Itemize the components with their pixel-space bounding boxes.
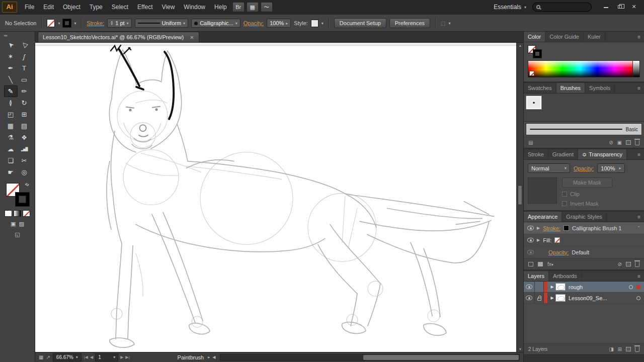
horizontal-scrollbar[interactable] (220, 354, 520, 361)
brush-options-icon[interactable]: ▣ (617, 140, 622, 145)
color-fill-stroke-indicator[interactable] (528, 45, 541, 58)
isolate-selection-icon[interactable]: ⬚ (441, 21, 445, 26)
pen-tool[interactable]: ✒ (4, 62, 18, 74)
visibility-eye-icon[interactable] (527, 250, 534, 254)
direct-selection-tool[interactable]: ▷ (18, 39, 31, 51)
tab-transparency[interactable]: ≎ Transparency (578, 149, 627, 159)
stroke-weight-field[interactable]: ▲▼ 1 pt ▾ (107, 19, 131, 28)
slice-tool[interactable]: ✂ (18, 155, 31, 166)
menu-edit[interactable]: Edit (39, 0, 58, 14)
style-swatch[interactable] (311, 20, 318, 27)
column-graph-tool[interactable]: ▂▅█ (18, 143, 31, 155)
menu-select[interactable]: Select (107, 0, 133, 14)
appearance-opacity-label[interactable]: Opacity: (548, 249, 569, 255)
width-profile-dropdown[interactable]: Uniform ▾ (135, 19, 189, 28)
new-brush-icon[interactable] (626, 140, 631, 145)
tab-swatches[interactable]: Swatches (524, 83, 556, 93)
layer-row-rough[interactable]: ▶ rough (524, 282, 644, 293)
calligraphic-brush-swatch[interactable]: • (526, 96, 541, 109)
selection-tool[interactable]: ➤ (4, 39, 18, 51)
layer-expand-icon[interactable]: ▶ (549, 296, 555, 300)
none-mode-button[interactable] (23, 210, 30, 217)
new-fill-icon[interactable] (538, 262, 543, 266)
tab-appearance[interactable]: Appearance (524, 212, 562, 222)
menu-file[interactable]: File (20, 0, 39, 14)
layer-visibility-toggle[interactable] (524, 293, 535, 303)
black-white-ramp[interactable] (632, 61, 639, 77)
new-sublayer-icon[interactable]: ⊞ (618, 346, 622, 352)
width-tool[interactable]: ≬ (4, 97, 18, 109)
brush-libraries-icon[interactable]: ▤ (528, 140, 533, 145)
menu-effect[interactable]: Effect (133, 0, 157, 14)
brush-definition-dropdown[interactable]: Calligraphic... ▾ (191, 19, 240, 28)
zoom-tool[interactable]: ◎ (18, 166, 31, 178)
panel-menu-icon[interactable]: ≡ (634, 271, 644, 281)
document-tab[interactable]: Lesson10_SketchtoVectors.ai* @ 66.67% (R… (38, 32, 199, 42)
panel-menu-icon[interactable]: ≡ (634, 212, 644, 222)
layer-expand-icon[interactable]: ▶ (549, 285, 555, 289)
perspective-grid-tool[interactable]: ⊞ (18, 109, 31, 120)
color-stroke-swatch[interactable] (533, 50, 541, 58)
cs-live-icon[interactable]: 〜 (261, 2, 273, 12)
stroke-dropdown-icon[interactable]: ▾ (74, 21, 76, 26)
layer-thumbnail[interactable] (555, 294, 566, 302)
transparency-opacity-label[interactable]: Opacity: (574, 165, 594, 171)
search-input[interactable] (543, 4, 588, 10)
fill-stroke-indicator[interactable]: ⇄ (6, 183, 29, 206)
hand-tool[interactable]: ☛ (4, 166, 18, 178)
scroll-down-icon[interactable]: ▼ (517, 347, 523, 351)
gradient-mode-button[interactable] (14, 210, 21, 217)
opacity-label[interactable]: Opacity: (244, 20, 264, 26)
make-mask-button[interactable]: Make Mask (562, 177, 612, 188)
toolbar-collapse-icon[interactable]: ◂◂ (0, 32, 35, 39)
tab-color-guide[interactable]: Color Guide (545, 32, 584, 42)
tab-layers[interactable]: Layers (524, 271, 549, 281)
panel-menu-icon[interactable]: ≡ (634, 83, 644, 93)
menu-help[interactable]: Help (210, 0, 231, 14)
workspace-switcher[interactable]: Essentials ▾ (494, 4, 526, 11)
screen-mode-icon[interactable]: ◱ (15, 231, 20, 238)
basic-brush-row[interactable]: Basic (526, 123, 642, 135)
rectangle-tool[interactable]: ▭ (18, 74, 31, 85)
line-segment-tool[interactable]: ╲ (4, 74, 18, 85)
color-mode-button[interactable] (5, 210, 12, 217)
scale-tool[interactable]: ◰ (4, 109, 18, 120)
fill-dropdown-icon[interactable]: ▾ (58, 21, 60, 26)
blend-tool[interactable]: ❖ (18, 132, 31, 143)
first-frame-icon[interactable]: |◀ (84, 355, 88, 359)
status-share-icon[interactable]: ↗ (46, 354, 50, 360)
frame-field[interactable]: 1 ▾ (95, 353, 118, 361)
arrange-documents-icon[interactable]: ▦ (247, 2, 259, 12)
transparency-opacity-field[interactable]: 100% ▸ (597, 163, 624, 173)
menu-view[interactable]: View (157, 0, 180, 14)
stepper-icons[interactable]: ▲▼ (110, 21, 113, 26)
layer-target-icon[interactable] (629, 285, 633, 289)
make-clipping-mask-icon[interactable]: ◨ (609, 346, 613, 352)
minimize-button[interactable] (600, 3, 612, 11)
new-stroke-icon[interactable] (528, 262, 533, 266)
tab-color[interactable]: Color (524, 32, 545, 42)
tab-stroke[interactable]: Stroke (524, 149, 548, 159)
status-tool-menu-icon[interactable]: ▸ (208, 355, 210, 359)
appearance-opacity-row[interactable]: Opacity: Default (524, 246, 644, 258)
vertical-scrollbar[interactable]: ▲ ▼ (516, 43, 523, 352)
zoom-level-dropdown[interactable]: 66.67% ▾ (53, 353, 82, 361)
invert-mask-checkbox-row[interactable]: Invert Mask (562, 201, 612, 207)
panel-menu-icon[interactable]: ≡ (634, 32, 644, 42)
expand-icon[interactable]: ▶ (537, 238, 540, 242)
eyedropper-tool[interactable]: ⚗ (4, 132, 18, 143)
close-button[interactable]: ✕ (628, 3, 640, 11)
color-spectrum[interactable] (528, 60, 640, 77)
layer-row-lesson09[interactable]: ▶ Lesson09_Se... (524, 293, 644, 304)
vertical-scroll-handle[interactable] (518, 185, 522, 205)
delete-item-icon[interactable] (635, 262, 639, 267)
delete-brush-icon[interactable] (635, 140, 639, 145)
duplicate-item-icon[interactable] (626, 262, 631, 266)
last-frame-icon[interactable]: ▶| (125, 355, 129, 359)
clip-checkbox-row[interactable]: Clip (562, 191, 612, 197)
rotate-tool[interactable]: ↻ (18, 97, 31, 109)
scroll-up-icon[interactable]: ▲ (517, 44, 523, 47)
invert-mask-checkbox[interactable] (562, 201, 567, 206)
layer-visibility-toggle[interactable] (524, 282, 535, 292)
restore-button[interactable] (614, 3, 626, 11)
